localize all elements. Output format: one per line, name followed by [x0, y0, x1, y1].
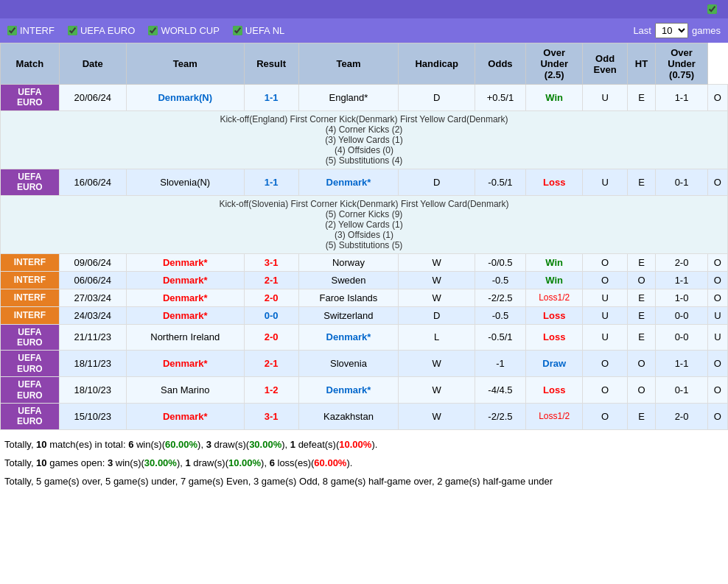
date-cell: 16/06/24 — [59, 169, 126, 195]
table-row: UEFAEURO 16/06/24 Slovenia(N) 1-1 Denmar… — [1, 169, 728, 195]
date-cell: 20/06/24 — [59, 85, 126, 111]
match-type-cell: UEFAEURO — [1, 85, 60, 111]
ou-cell: U — [583, 324, 627, 351]
team2-cell[interactable]: Denmark* — [298, 169, 399, 195]
oe-cell: E — [627, 289, 656, 306]
date-cell: 24/03/24 — [59, 306, 126, 324]
team2-cell[interactable]: Denmark* — [298, 377, 399, 404]
filter-uefa-nl: UEFA NL — [233, 25, 284, 36]
ou-cell: U — [583, 306, 627, 324]
ht-cell: 1-1 — [656, 271, 708, 289]
outcome-cell: W — [399, 403, 475, 429]
oe-cell: E — [627, 403, 656, 429]
team1-cell[interactable]: Denmark* — [126, 351, 244, 377]
ht-cell: 1-0 — [656, 289, 708, 306]
handicap-cell: -0.5/1 — [475, 324, 526, 351]
ht-cell: 2-0 — [656, 253, 708, 271]
col-odds: Odds — [475, 43, 526, 85]
ou-cell: O — [583, 253, 627, 271]
oe-cell: E — [627, 306, 656, 324]
header-bar — [0, 0, 728, 18]
table-row: UEFAEURO 15/10/23 Denmark* 3-1 Kazakhsta… — [1, 403, 728, 429]
date-cell: 09/06/24 — [59, 253, 126, 271]
oe-cell: E — [627, 85, 656, 111]
outcome-cell: L — [399, 324, 475, 351]
odds-cell: Win — [525, 253, 583, 271]
team1-cell[interactable]: Denmark(N) — [126, 85, 244, 111]
result-cell[interactable]: 3-1 — [244, 253, 298, 271]
date-cell: 21/11/23 — [59, 324, 126, 351]
result-cell[interactable]: 1-2 — [244, 377, 298, 404]
result-cell[interactable]: 1-1 — [244, 169, 298, 195]
filter-interf-label: INTERF — [20, 25, 55, 36]
outcome-cell: W — [399, 377, 475, 404]
table-row: INTERF 06/06/24 Denmark* 2-1 Sweden W -0… — [1, 271, 728, 289]
outcome-cell: W — [399, 253, 475, 271]
filter-uefa-euro-label: UEFA EURO — [80, 25, 135, 36]
team1-cell[interactable]: Denmark* — [126, 403, 244, 429]
team2-cell[interactable]: Switzerland — [298, 306, 399, 324]
team1-cell[interactable]: Denmark* — [126, 289, 244, 306]
last-games-select[interactable]: 10 5 15 20 — [655, 23, 688, 38]
team2-cell[interactable]: Sweden — [298, 271, 399, 289]
outcome-cell: D — [399, 85, 475, 111]
team2-cell[interactable]: England* — [298, 85, 399, 111]
team2-cell[interactable]: Kazakhstan — [298, 403, 399, 429]
filter-interf: INTERF — [7, 25, 55, 36]
ou-cell: U — [583, 85, 627, 111]
team1-cell[interactable]: Northern Ireland — [126, 324, 244, 351]
table-row: UEFAEURO 18/10/23 San Marino 1-2 Denmark… — [1, 377, 728, 404]
oe-cell: O — [627, 377, 656, 404]
team2-cell[interactable]: Denmark* — [298, 324, 399, 351]
team2-cell[interactable]: Norway — [298, 253, 399, 271]
col-date: Date — [59, 43, 126, 85]
display-notes-checkbox[interactable] — [707, 4, 717, 14]
match-type-cell: INTERF — [1, 271, 60, 289]
team1-cell[interactable]: Denmark* — [126, 306, 244, 324]
ou2-cell: O — [707, 271, 727, 289]
table-row: UEFAEURO 18/11/23 Denmark* 2-1 Slovenia … — [1, 351, 728, 377]
result-cell[interactable]: 2-0 — [244, 324, 298, 351]
outcome-cell: W — [399, 351, 475, 377]
ou2-cell: O — [707, 85, 727, 111]
team1-cell[interactable]: Denmark* — [126, 271, 244, 289]
match-type-cell: UEFAEURO — [1, 377, 60, 404]
odds-cell: Loss1/2 — [525, 289, 583, 306]
ht-cell: 0-1 — [656, 377, 708, 404]
date-cell: 18/10/23 — [59, 377, 126, 404]
table-row: UEFAEURO 20/06/24 Denmark(N) 1-1 England… — [1, 85, 728, 111]
detail-row: Kick-off(England) First Corner Kick(Denm… — [1, 110, 728, 169]
col-match: Match — [1, 43, 60, 85]
ht-cell: 0-1 — [656, 169, 708, 195]
match-type-cell: INTERF — [1, 253, 60, 271]
team1-cell[interactable]: San Marino — [126, 377, 244, 404]
odds-cell: Loss — [525, 169, 583, 195]
ht-cell: 0-0 — [656, 306, 708, 324]
result-cell[interactable]: 0-0 — [244, 306, 298, 324]
result-cell[interactable]: 1-1 — [244, 85, 298, 111]
team2-cell[interactable]: Faroe Islands — [298, 289, 399, 306]
result-cell[interactable]: 2-1 — [244, 351, 298, 377]
col-over-under2: OverUnder(0.75) — [656, 43, 708, 85]
ou2-cell: O — [707, 403, 727, 429]
filter-world-cup-checkbox[interactable] — [148, 26, 158, 35]
filter-interf-checkbox[interactable] — [7, 26, 17, 35]
col-result: Result — [244, 43, 298, 85]
last-label: Last — [633, 25, 651, 36]
team1-cell[interactable]: Slovenia(N) — [126, 169, 244, 195]
filter-uefa-euro-checkbox[interactable] — [68, 26, 77, 35]
team2-cell[interactable]: Slovenia — [298, 351, 399, 377]
team1-cell[interactable]: Denmark* — [126, 253, 244, 271]
filter-uefa-nl-checkbox[interactable] — [233, 26, 242, 35]
ou-cell: U — [583, 169, 627, 195]
result-cell[interactable]: 2-0 — [244, 289, 298, 306]
result-cell[interactable]: 2-1 — [244, 271, 298, 289]
col-team2: Team — [298, 43, 399, 85]
games-label: games — [692, 25, 721, 36]
handicap-cell: -2/2.5 — [475, 289, 526, 306]
last-games-container: Last 10 5 15 20 games — [633, 23, 721, 38]
table-row: INTERF 27/03/24 Denmark* 2-0 Faroe Islan… — [1, 289, 728, 306]
result-cell[interactable]: 3-1 — [244, 403, 298, 429]
col-ht: HT — [627, 43, 656, 85]
match-type-cell: INTERF — [1, 306, 60, 324]
